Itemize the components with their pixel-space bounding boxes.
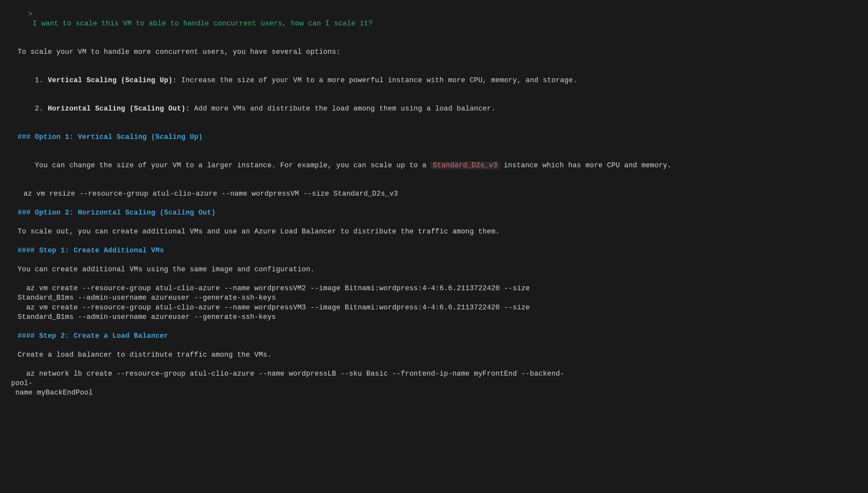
- opt1-desc-pre: You can change the size of your VM to a …: [35, 162, 431, 169]
- opt1-desc-post: instance which has more CPU and memory.: [499, 162, 671, 169]
- cmd-az-vm-resize: az vm resize --resource-group atul-clio-…: [4, 189, 864, 198]
- cmd-az-lb-create-b: pool-: [4, 379, 864, 388]
- list-item-1: 1. Vertical Scaling (Scaling Up): Increa…: [4, 66, 864, 94]
- step2-desc: Create a load balancer to distribute tra…: [4, 350, 864, 360]
- user-input-text: I want to scale this VM to able to handl…: [32, 20, 373, 27]
- terminal-output[interactable]: > I want to scale this VM to able to han…: [0, 0, 868, 403]
- cmd-az-vm-create-2a: az vm create --resource-group atul-clio-…: [4, 284, 864, 293]
- cmd-az-vm-create-2b: Standard_B1ms --admin-username azureuser…: [4, 293, 864, 303]
- blank-line: [4, 38, 864, 47]
- list-rest-2: : Add more VMs and distribute the load a…: [186, 105, 496, 112]
- heading-option-1: ### Option 1: Vertical Scaling (Scaling …: [4, 132, 864, 142]
- blank-line: [4, 180, 864, 189]
- cmd-az-lb-create-a: az network lb create --resource-group at…: [4, 369, 864, 379]
- option2-desc: To scale out, you can create additional …: [4, 227, 864, 236]
- blank-line: [4, 274, 864, 284]
- cmd-az-vm-create-3a: az vm create --resource-group atul-clio-…: [4, 303, 864, 313]
- blank-line: [4, 217, 864, 227]
- list-rest-1: : Increase the size of your VM to a more…: [173, 76, 577, 84]
- heading-step-2: #### Step 2: Create a Load Balancer: [4, 331, 864, 341]
- step1-desc: You can create additional VMs using the …: [4, 265, 864, 274]
- list-num-2: 2.: [35, 105, 48, 112]
- blank-line: [4, 360, 864, 369]
- list-num-1: 1.: [35, 76, 48, 84]
- blank-line: [4, 341, 864, 350]
- heading-step-1: #### Step 1: Create Additional VMs: [4, 246, 864, 255]
- cmd-az-lb-create-c: name myBackEndPool: [4, 388, 864, 398]
- intro-text: To scale your VM to handle more concurre…: [4, 47, 864, 57]
- blank-line: [4, 255, 864, 265]
- blank-line: [4, 57, 864, 66]
- blank-line: [4, 123, 864, 132]
- blank-line: [4, 322, 864, 331]
- heading-option-2: ### Option 2: Horizontal Scaling (Scalin…: [4, 208, 864, 217]
- blank-line: [4, 142, 864, 151]
- list-item-2: 2. Horizontal Scaling (Scaling Out): Add…: [4, 94, 864, 123]
- prompt-symbol: >: [28, 10, 32, 18]
- list-bold-2: Horizontal Scaling (Scaling Out): [48, 105, 185, 112]
- cmd-az-vm-create-3b: Standard_B1ms --admin-username azureuser…: [4, 313, 864, 322]
- list-bold-1: Vertical Scaling (Scaling Up): [48, 76, 173, 84]
- option1-desc: You can change the size of your VM to a …: [4, 151, 864, 180]
- inline-code-vm-size: Standard_D2s_v3: [431, 162, 499, 169]
- blank-line: [4, 198, 864, 208]
- blank-line: [4, 236, 864, 246]
- user-prompt-line: > I want to scale this VM to able to han…: [4, 0, 864, 38]
